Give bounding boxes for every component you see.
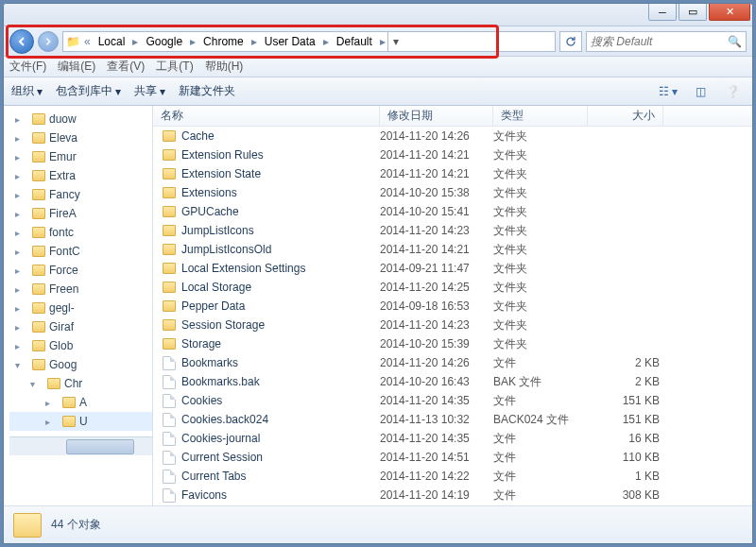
- tree-node[interactable]: ▸ FireA: [9, 204, 152, 223]
- expand-icon[interactable]: ▸: [15, 209, 25, 219]
- list-item[interactable]: Local Storage 2014-11-20 14:25 文件夹: [153, 278, 752, 297]
- folder-icon: [47, 378, 60, 389]
- include-in-library-button[interactable]: 包含到库中 ▾: [56, 83, 121, 99]
- expand-icon[interactable]: ▸: [15, 133, 25, 144]
- file-size: 110 KB: [588, 451, 660, 464]
- tree-scrollbar[interactable]: [9, 436, 152, 455]
- list-item[interactable]: Extension State 2014-11-20 14:21 文件夹: [153, 164, 752, 183]
- expand-icon[interactable]: ▸: [15, 247, 25, 257]
- breadcrumb-item[interactable]: Google: [140, 35, 188, 48]
- menu-item[interactable]: 编辑(E): [58, 59, 95, 75]
- breadcrumb-item[interactable]: User Data: [259, 35, 321, 48]
- tree-node[interactable]: ▸ Glob: [9, 336, 152, 355]
- preview-pane-button[interactable]: ◫: [688, 81, 713, 102]
- file-date: 2014-11-20 14:21: [380, 167, 493, 180]
- list-item[interactable]: Local Extension Settings 2014-09-21 11:4…: [153, 259, 752, 278]
- folder-icon: [163, 130, 176, 142]
- menubar: 文件(F)编辑(E)查看(V)工具(T)帮助(H): [4, 57, 752, 77]
- maximize-button[interactable]: ▭: [679, 4, 707, 21]
- help-button[interactable]: ❔: [720, 81, 745, 102]
- breadcrumb-item[interactable]: Local: [93, 35, 131, 48]
- list-item[interactable]: JumpListIconsOld 2014-11-20 14:21 文件夹: [153, 240, 752, 259]
- expand-icon[interactable]: ▸: [15, 171, 25, 181]
- organize-button[interactable]: 组织 ▾: [11, 83, 43, 99]
- expand-icon[interactable]: ▸: [15, 228, 25, 238]
- expand-icon[interactable]: ▸: [15, 303, 25, 314]
- tree-node[interactable]: ▸ Eleva: [9, 128, 152, 147]
- tree-node[interactable]: ▸ FontC: [9, 242, 152, 261]
- forward-button[interactable]: [38, 31, 59, 52]
- expand-icon[interactable]: ▸: [15, 114, 25, 125]
- list-item[interactable]: Extensions 2014-10-20 15:38 文件夹: [153, 183, 752, 202]
- tree-node[interactable]: ▸ gegl-: [9, 299, 152, 317]
- search-box[interactable]: 🔍: [586, 31, 747, 52]
- list-item[interactable]: Storage 2014-10-20 15:39 文件夹: [153, 334, 752, 353]
- list-item[interactable]: Bookmarks 2014-11-20 14:26 文件 2 KB: [153, 353, 752, 372]
- list-item[interactable]: Cookies.back024 2014-11-13 10:32 BACK024…: [153, 410, 752, 429]
- menu-item[interactable]: 查看(V): [107, 59, 145, 75]
- refresh-button[interactable]: [559, 31, 582, 52]
- close-button[interactable]: ✕: [709, 4, 750, 21]
- expand-icon[interactable]: ▸: [45, 398, 55, 408]
- tree-node[interactable]: ▸ Emur: [9, 147, 152, 166]
- file-name: Current Session: [181, 451, 263, 464]
- list-item[interactable]: Cache 2014-11-20 14:26 文件夹: [153, 127, 752, 145]
- share-button[interactable]: 共享 ▾: [134, 83, 165, 99]
- expand-icon[interactable]: ▸: [15, 284, 25, 295]
- col-date[interactable]: 修改日期: [380, 106, 493, 126]
- expand-icon[interactable]: ▸: [15, 265, 25, 276]
- list-item[interactable]: Current Tabs 2014-11-20 14:22 文件 1 KB: [153, 467, 752, 486]
- list-item[interactable]: JumpListIcons 2014-11-20 14:23 文件夹: [153, 221, 752, 240]
- breadcrumb-item[interactable]: Chrome: [198, 35, 249, 48]
- back-button[interactable]: [9, 29, 34, 54]
- minimize-button[interactable]: ─: [648, 4, 677, 21]
- folder-icon: [62, 416, 76, 427]
- menu-item[interactable]: 文件(F): [9, 59, 46, 75]
- tree-node[interactable]: ▸ Freen: [9, 280, 152, 299]
- file-type: 文件: [493, 469, 588, 485]
- folder-icon: [32, 265, 45, 276]
- tree-node[interactable]: ▸ Fancy: [9, 185, 152, 204]
- file-date: 2014-11-20 14:35: [380, 394, 493, 407]
- list-item[interactable]: GPUCache 2014-10-20 15:41 文件夹: [153, 202, 752, 221]
- menu-item[interactable]: 帮助(H): [205, 59, 244, 75]
- breadcrumb-item[interactable]: Default: [331, 35, 378, 48]
- navigation-tree[interactable]: ▸ duow ▸ Eleva ▸ Emur ▸ Extra ▸ Fancy ▸ …: [4, 106, 153, 505]
- tree-node[interactable]: ▸ fontc: [9, 223, 152, 242]
- menu-item[interactable]: 工具(T): [156, 59, 193, 75]
- col-type[interactable]: 类型: [493, 106, 588, 126]
- list-item[interactable]: Bookmarks.bak 2014-10-20 16:43 BAK 文件 2 …: [153, 372, 752, 391]
- new-folder-button[interactable]: 新建文件夹: [179, 83, 235, 99]
- expand-icon[interactable]: ▸: [45, 417, 55, 427]
- tree-node[interactable]: ▸ A: [9, 393, 152, 412]
- expand-icon[interactable]: ▾: [30, 379, 40, 389]
- tree-node[interactable]: ▸ duow: [9, 110, 152, 128]
- tree-label: Freen: [49, 282, 78, 296]
- expand-icon[interactable]: ▸: [15, 152, 25, 162]
- list-item[interactable]: Favicons 2014-11-20 14:19 文件 308 KB: [153, 486, 752, 504]
- tree-node[interactable]: ▸ Extra: [9, 166, 152, 185]
- expand-icon[interactable]: ▸: [15, 322, 25, 333]
- list-item[interactable]: Current Session 2014-11-20 14:51 文件 110 …: [153, 448, 752, 467]
- search-input[interactable]: [591, 35, 724, 48]
- path-dropdown[interactable]: ▾: [387, 32, 404, 51]
- breadcrumb[interactable]: 📁 « Local▸Google▸Chrome▸User Data▸Defaul…: [62, 31, 556, 52]
- expand-icon[interactable]: ▸: [15, 341, 25, 351]
- file-type: 文件: [493, 393, 588, 409]
- tree-node[interactable]: ▾ Goog: [9, 355, 152, 374]
- list-item[interactable]: Cookies-journal 2014-11-20 14:35 文件 16 K…: [153, 429, 752, 448]
- expand-icon[interactable]: ▸: [15, 190, 25, 200]
- col-name[interactable]: 名称: [153, 106, 380, 126]
- view-button[interactable]: ☷ ▾: [656, 81, 680, 102]
- tree-node[interactable]: ▸ Force: [9, 261, 152, 280]
- tree-node[interactable]: ▾ Chr: [9, 374, 152, 393]
- tree-node[interactable]: ▸ Giraf: [9, 317, 152, 336]
- list-item[interactable]: Extension Rules 2014-11-20 14:21 文件夹: [153, 145, 752, 164]
- file-rows[interactable]: Cache 2014-11-20 14:26 文件夹 Extension Rul…: [153, 127, 752, 505]
- expand-icon[interactable]: ▾: [15, 360, 25, 370]
- list-item[interactable]: Cookies 2014-11-20 14:35 文件 151 KB: [153, 391, 752, 410]
- col-size[interactable]: 大小: [588, 106, 663, 126]
- list-item[interactable]: Pepper Data 2014-09-18 16:53 文件夹: [153, 297, 752, 316]
- list-item[interactable]: Session Storage 2014-11-20 14:23 文件夹: [153, 316, 752, 334]
- tree-node[interactable]: ▸ U: [9, 412, 152, 431]
